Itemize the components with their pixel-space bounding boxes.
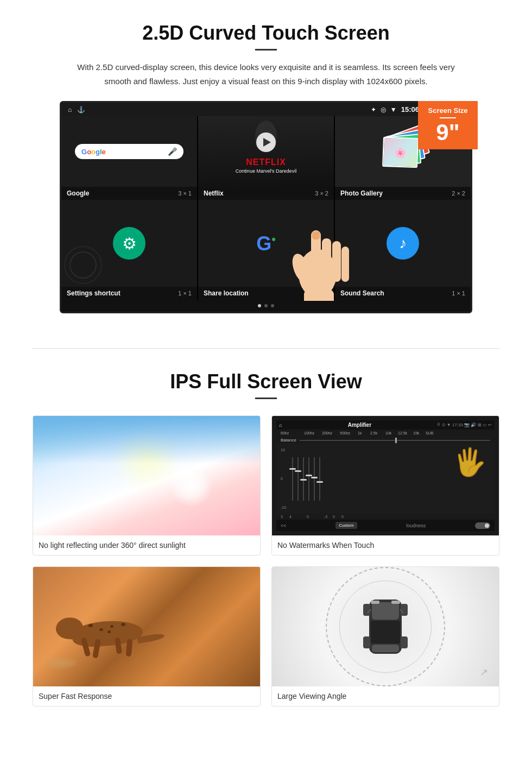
sound-label-bar: Sound Search 1 × 1 [335, 287, 471, 300]
eq-freq-label-1k: 1k [358, 431, 366, 435]
dot-1 [258, 304, 261, 307]
eq-freq-label-2k5: 2.5k [370, 431, 381, 435]
share-label-bar: Share location 1 × 1 [198, 287, 334, 300]
eq-slider-6[interactable] [319, 457, 320, 501]
eq-slider-1[interactable] [292, 457, 293, 501]
wifi-icon: ▼ [390, 106, 397, 113]
svg-rect-6 [312, 231, 320, 239]
balance-marker [395, 438, 397, 443]
eq-thumb-6[interactable] [316, 481, 323, 483]
settings-circle: ⚙ [113, 227, 145, 260]
svg-rect-2 [322, 238, 331, 282]
amplifier-caption: No Watermarks When Touch [272, 535, 499, 555]
eq-thumb-2[interactable] [295, 470, 301, 472]
amp-back-btn[interactable]: << [281, 523, 287, 528]
google-search-bar[interactable]: Google 🎤 [75, 144, 183, 159]
cheetah-silhouette [56, 613, 164, 657]
google-logo: Google [81, 148, 106, 156]
eq-freq-label-15k: 15k [413, 431, 421, 435]
spot-4 [121, 623, 125, 626]
eq-scale: 10 0 -10 [281, 448, 289, 509]
eq-track-2 [297, 457, 299, 501]
title-divider [255, 49, 277, 51]
eq-freq-label-sub: SUB [426, 431, 436, 435]
mic-icon[interactable]: 🎤 [168, 147, 177, 156]
label-row-2-labels: Settings shortcut 1 × 1 Share location 1… [61, 287, 471, 300]
eq-slider-4[interactable] [308, 457, 309, 501]
status-left: ⌂ ⚓ [68, 106, 85, 113]
device-container: Screen Size 9" ⌂ ⚓ ✦ ◎ ▼ 15:06 📷 🔊 ⊠ [60, 101, 472, 313]
google-label-size: 3 × 1 [178, 190, 192, 197]
eq-sliders-area: 10 0 -10 [276, 444, 495, 514]
eq-thumb-3[interactable] [300, 479, 307, 481]
status-bar: ⌂ ⚓ ✦ ◎ ▼ 15:06 📷 🔊 ⊠ ▭ [61, 103, 471, 116]
eq-track-4 [308, 457, 309, 501]
ips-card-car: ↗ Large Viewing Angle [271, 566, 499, 706]
sound-label-name: Sound Search [340, 289, 384, 297]
sun-glow [169, 464, 213, 507]
section-divider [33, 348, 499, 349]
sunlight-image [33, 416, 260, 535]
eq-slider-5[interactable] [314, 457, 315, 501]
sunlight-caption: No light reflecting under 360° direct su… [33, 535, 260, 555]
netflix-subtitle: Continue Marvel's Daredevil [236, 168, 296, 174]
settings-ghost-circle-2 [64, 246, 102, 284]
sound-circle: ♪ [387, 227, 419, 260]
settings-app-cell[interactable]: ⚙ [61, 200, 197, 287]
sound-label-size: 1 × 1 [452, 290, 465, 297]
balance-label: Balance [281, 438, 300, 443]
sky-overlay [33, 416, 260, 464]
google-cell[interactable]: Google 🎤 [61, 116, 197, 187]
label-row-1-labels: Google 3 × 1 Netflix 3 × 2 Photo Gallery… [61, 187, 471, 200]
share-app-cell[interactable]: G• [198, 200, 334, 287]
pagination-dots [61, 300, 471, 312]
eq-slider-3[interactable] [303, 457, 304, 501]
eq-thumb-4[interactable] [306, 475, 312, 476]
status-time: 15:06 [401, 105, 419, 113]
spot-5 [107, 630, 111, 633]
label-row-1: Google 🎤 NETFLIX [61, 116, 471, 187]
curved-section: 2.5D Curved Touch Screen With 2.5D curve… [0, 0, 532, 326]
badge-divider [440, 117, 456, 118]
car-outer-circle [326, 567, 445, 686]
eq-track-6 [319, 457, 320, 501]
maps-g-letter: G• [256, 234, 276, 254]
eq-thumb-1[interactable] [289, 468, 296, 470]
angle-arrow: ↗ [480, 666, 488, 678]
sound-app-cell[interactable]: ♪ [335, 200, 471, 287]
ips-grid: No light reflecting under 360° direct su… [33, 415, 499, 706]
cheetah-body [56, 613, 249, 657]
gallery-label-size: 2 × 2 [452, 190, 465, 197]
screen-size-badge: Screen Size 9" [418, 101, 478, 149]
settings-label-bar: Settings shortcut 1 × 1 [61, 287, 197, 300]
eq-track-1 [292, 457, 293, 501]
settings-label-size: 1 × 1 [178, 290, 192, 297]
ips-card-amplifier: ⌂ Amplifier ⠿ ⊙ ▼ 17:33 📷 🔊 ⊠ ▭ ↩ 60hz 1… [271, 415, 499, 556]
cheetah-head [55, 616, 84, 640]
cheetah-caption: Super Fast Response [33, 686, 260, 706]
home-icon[interactable]: ⌂ [68, 106, 72, 113]
screen-badge-size: 9" [436, 119, 459, 145]
car-caption: Large Viewing Angle [272, 686, 499, 706]
dot-2 [264, 304, 268, 307]
spot-2 [99, 628, 103, 631]
ips-section: IPS Full Screen View No light reflecting… [0, 370, 532, 728]
eq-thumb-5[interactable] [311, 477, 318, 478]
balance-bar [300, 440, 490, 441]
netflix-cell[interactable]: NETFLIX Continue Marvel's Daredevil [198, 116, 334, 187]
amp-home-icon: ⌂ [279, 422, 282, 428]
amp-loudness-toggle[interactable] [475, 522, 490, 529]
share-label-name: Share location [204, 289, 249, 297]
gps-icon: ◎ [381, 106, 386, 113]
eq-freq-label-200: 200hz [322, 431, 335, 435]
flower-emoji: 🌸 [383, 138, 417, 167]
settings-content: ⚙ [113, 227, 145, 260]
usb-icon: ⚓ [77, 106, 85, 113]
netflix-play-icon[interactable] [256, 133, 276, 152]
gallery-card-4: 🌸 [382, 137, 419, 168]
cheetah-leg-4 [125, 639, 132, 657]
eq-slider-2[interactable] [297, 457, 299, 501]
balance-row: Balance [276, 437, 495, 444]
amp-custom-btn[interactable]: Custom [335, 522, 357, 529]
eq-freq-label-10k: 10k [385, 431, 394, 435]
